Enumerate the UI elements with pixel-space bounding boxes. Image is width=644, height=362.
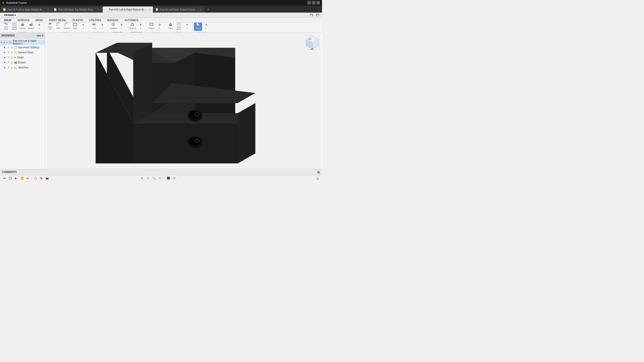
toolbar-tab-mesh[interactable]: MESH	[33, 18, 46, 22]
assemble-more-button[interactable]: ▾	[98, 23, 106, 31]
modify-group-label: MODIFY	[45, 31, 88, 33]
construct-group-label: CONSTRUCT	[127, 31, 146, 33]
minimize-button[interactable]: ─	[307, 1, 311, 5]
toolbar-tab-solid[interactable]: SOLID	[1, 18, 14, 22]
insert-more-button[interactable]: ▾	[183, 23, 191, 31]
tab-3[interactable]: 📄 Part #19 Left & Right Bottom Bracket v…	[103, 7, 153, 13]
svg-marker-33	[178, 23, 179, 23]
timeline-bookmark-button[interactable]: 🔖	[39, 176, 44, 180]
toolbar-tab-manage[interactable]: MANAGE	[104, 18, 121, 22]
vis-icon-views: 👁	[8, 51, 10, 54]
timeline-start-button[interactable]: ⏮	[2, 176, 7, 180]
redo-button[interactable]	[315, 13, 320, 18]
orbit-button[interactable]: ⊕	[139, 176, 144, 180]
press-pull-button[interactable]: Press Pull	[46, 23, 54, 31]
tree-item-root[interactable]: ▼ ◉ ☀ 🔧 Part #19 Left & Right Bottom L..…	[0, 40, 45, 45]
tab-1-close[interactable]: ✕	[47, 8, 49, 11]
close-button[interactable]: ✕	[316, 1, 320, 5]
toolbar-tab-utilities[interactable]: UTILITIES	[87, 18, 104, 22]
view-cube[interactable]: TOP	[305, 35, 320, 50]
browser-title: BROWSER	[2, 34, 15, 37]
tree-item-doc-settings[interactable]: ▶ 👁 💡 📋 Document Settings	[0, 45, 45, 50]
display-mode-button[interactable]: ⬛	[166, 176, 171, 180]
nav-more-button[interactable]: ⋮	[178, 176, 183, 180]
light-icon-views: 💡	[11, 51, 13, 54]
maximize-button[interactable]: □	[312, 1, 315, 5]
toolbar-tab-surface[interactable]: SURFACE	[15, 18, 32, 22]
tree-item-doc-label: Document Settings	[18, 46, 39, 49]
add-tab-button[interactable]: +	[205, 7, 211, 13]
configure-group-label: CONFIGURE	[108, 31, 127, 33]
chamfer-button[interactable]: Chamfer	[63, 23, 71, 31]
insert-decal-button[interactable]: Insert Decal	[175, 23, 183, 31]
insert-button[interactable]: Insert	[167, 23, 175, 31]
joint-button[interactable]: Joint	[90, 23, 98, 31]
timeline-controls: ⏮ ⏪ ▶ ⏩ ⏭ 📋 🔖 📷	[2, 176, 50, 180]
timeline-prev-button[interactable]: ⏪	[8, 176, 13, 180]
configure-group: Configure ▾ CONFIGURE	[108, 23, 127, 32]
construct-button[interactable]: Construct	[128, 23, 136, 31]
light-icon-root: ☀	[6, 41, 8, 43]
sidebar: BROWSER ◀◀ ⊕ ▼ ◉ ☀ 🔧 Part #19 Left & Rig…	[0, 33, 45, 169]
modify-more-button[interactable]: ▾	[79, 23, 87, 31]
timeline-next-button[interactable]: ⏩	[19, 176, 24, 180]
timeline-play-button[interactable]: ▶	[14, 176, 19, 180]
notifications-button[interactable]: 🔔	[315, 176, 320, 180]
tab-3-close[interactable]: ✕	[148, 8, 151, 11]
svg-line-68	[312, 49, 315, 50]
create-group: New Body Create Sketch Extrude Revolve ▾…	[1, 23, 45, 32]
undo-button[interactable]	[309, 13, 314, 18]
zoom-button[interactable]: 🔍	[151, 176, 156, 180]
tree-item-origin[interactable]: ▶ 👁 💡 ✛ Origin	[0, 55, 45, 60]
toolbar-area: DESIGN ▾ SOLID SURFACE MESH SHEET METAL …	[0, 13, 322, 33]
svg-marker-31	[170, 23, 172, 24]
tree-item-root-label: Part #19 Left & Right Bottom L...	[13, 39, 41, 45]
svg-marker-50	[133, 123, 238, 163]
select-button[interactable]: Select	[194, 23, 202, 31]
toolbar-tabs: SOLID SURFACE MESH SHEET METAL PLASTIC U…	[0, 18, 322, 23]
create-more-button[interactable]: ▾	[35, 23, 43, 31]
timeline-end-button[interactable]: ⏭	[25, 176, 30, 180]
extrude-button[interactable]: Extrude	[19, 23, 27, 31]
shell-button[interactable]: Shell	[71, 23, 79, 31]
configure-button[interactable]: Configure	[109, 23, 117, 31]
zoom-fit-button[interactable]: ⊡	[157, 176, 163, 180]
create-sketch-button[interactable]: Create Sketch	[10, 23, 18, 31]
tree-item-views-label: Named Views	[18, 51, 34, 54]
timeline-camera-button[interactable]: 📷	[45, 176, 50, 180]
new-component-button[interactable]: New Body	[2, 23, 10, 31]
tree-item-sketches[interactable]: ▶ 👁 💡 📐 Sketches	[0, 65, 45, 70]
construct-more-button[interactable]: ▾	[137, 23, 145, 31]
design-mode-button[interactable]: DESIGN ▾	[2, 13, 18, 18]
toolbar-tab-sheetmetal[interactable]: SHEET METAL	[46, 18, 69, 22]
insert-group-label: INSERT	[166, 31, 192, 33]
tab-4-close[interactable]: ✕	[199, 8, 202, 11]
browser-expand-icon[interactable]: ◀◀	[36, 34, 41, 37]
timeline-history-button[interactable]: 📋	[33, 176, 38, 180]
browser-options-icon[interactable]: ⊕	[42, 34, 44, 37]
tree-arrow-views: ▶	[4, 51, 7, 54]
configure-more-button[interactable]: ▾	[117, 23, 126, 31]
tree-item-named-views[interactable]: ▶ 👁 💡 📁 Named Views	[0, 50, 45, 55]
select-more-button[interactable]: ▾	[202, 23, 210, 31]
viewport[interactable]: TOP	[45, 33, 322, 169]
tree-item-bodies[interactable]: ▶ 👁 💡 📦 Bodies	[0, 60, 45, 65]
inspect-more-button[interactable]: ▾	[156, 23, 164, 31]
pan-button[interactable]: ✋	[145, 176, 150, 180]
assemble-group-label: ASSEMBLE	[89, 31, 107, 33]
tab-1[interactable]: 📄 Part #17 Left & Right Middle Bracket v…	[1, 7, 51, 13]
grid-button[interactable]: ⊞	[172, 176, 177, 180]
fillet-button[interactable]: Fillet	[54, 23, 62, 31]
comments-add-icon[interactable]: ⊕	[317, 170, 320, 174]
inspect-button[interactable]: Inspect	[147, 23, 155, 31]
toolbar-tab-plastic[interactable]: PLASTIC	[70, 18, 86, 22]
revolve-button[interactable]: Revolve	[27, 23, 35, 31]
tab-2-close[interactable]: ✕	[97, 8, 100, 11]
tab-4[interactable]: 📄 Part #2 Left Back Bottom Corner Piece …	[153, 7, 204, 13]
svg-marker-52	[238, 103, 255, 163]
construct-group: Construct ▾ CONSTRUCT	[127, 23, 146, 32]
toolbar-tab-automate[interactable]: AUTOMATE	[122, 18, 141, 22]
tab-2[interactable]: 📄 Part #18 Back Top Middle Bracket v3 ✕	[52, 7, 102, 13]
browser-tree: ▼ ◉ ☀ 🔧 Part #19 Left & Right Bottom L..…	[0, 39, 45, 169]
tree-item-root-options[interactable]: ⋮	[42, 41, 44, 44]
